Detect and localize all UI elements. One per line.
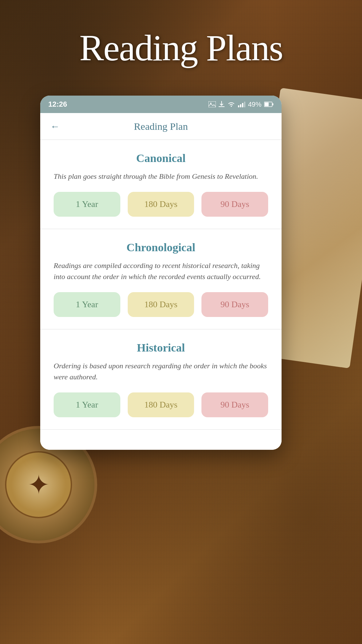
- svg-point-2: [231, 106, 232, 107]
- historical-180days-button[interactable]: 180 Days: [128, 392, 194, 417]
- canonical-section: Canonical This plan goes straight throug…: [40, 140, 282, 229]
- chronological-title: Chronological: [54, 241, 268, 254]
- battery-text: 49%: [248, 101, 261, 108]
- signal-icon: [238, 101, 245, 107]
- chronological-1year-button[interactable]: 1 Year: [54, 292, 120, 317]
- back-button[interactable]: ←: [50, 121, 60, 132]
- wifi-icon: [227, 101, 235, 107]
- canonical-title: Canonical: [54, 152, 268, 165]
- page-title: Reading Plans: [0, 27, 362, 69]
- app-header: ← Reading Plan: [40, 113, 282, 140]
- header-title: Reading Plan: [134, 121, 188, 132]
- historical-buttons: 1 Year 180 Days 90 Days: [54, 392, 268, 417]
- chronological-section: Chronological Readings are compiled acco…: [40, 229, 282, 329]
- canonical-1year-button[interactable]: 1 Year: [54, 192, 120, 217]
- status-icons-group: 49%: [208, 101, 274, 108]
- scroll-content: Canonical This plan goes straight throug…: [40, 140, 282, 450]
- download-icon: [219, 101, 225, 108]
- chronological-180days-button[interactable]: 180 Days: [128, 292, 194, 317]
- compass-inner: ✦: [5, 451, 72, 518]
- chronological-buttons: 1 Year 180 Days 90 Days: [54, 292, 268, 317]
- canonical-description: This plan goes straight through the Bibl…: [54, 171, 268, 182]
- historical-section: Historical Ordering is based upon resear…: [40, 329, 282, 430]
- historical-description: Ordering is based upon research regardin…: [54, 360, 268, 382]
- canonical-buttons: 1 Year 180 Days 90 Days: [54, 192, 268, 217]
- historical-90days-button[interactable]: 90 Days: [201, 392, 268, 417]
- svg-rect-5: [265, 103, 269, 106]
- historical-title: Historical: [54, 341, 268, 354]
- image-icon: [208, 101, 216, 107]
- chronological-description: Readings are compiled according to recen…: [54, 260, 268, 282]
- status-time: 12:26: [48, 100, 67, 109]
- phone-frame: 12:26: [40, 96, 282, 450]
- battery-icon: [264, 102, 274, 107]
- svg-rect-0: [208, 101, 216, 107]
- status-bar: 12:26: [40, 96, 282, 113]
- svg-rect-4: [273, 103, 274, 105]
- bottom-spacer: [40, 430, 282, 450]
- historical-1year-button[interactable]: 1 Year: [54, 392, 120, 417]
- chronological-90days-button[interactable]: 90 Days: [201, 292, 268, 317]
- canonical-90days-button[interactable]: 90 Days: [201, 192, 268, 217]
- canonical-180days-button[interactable]: 180 Days: [128, 192, 194, 217]
